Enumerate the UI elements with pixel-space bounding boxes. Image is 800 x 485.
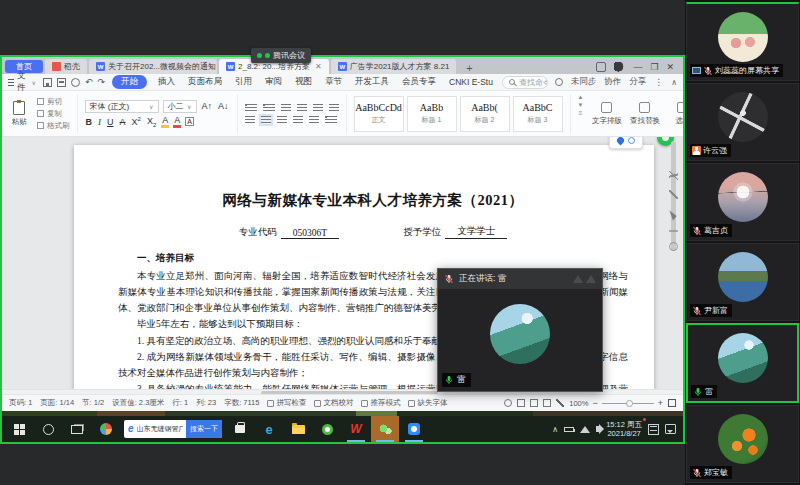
zoom-in-button[interactable]: + xyxy=(658,398,663,408)
share-button[interactable]: 分享 xyxy=(629,76,646,88)
status-toggle[interactable]: 拼写检查 xyxy=(267,398,306,408)
start-button[interactable] xyxy=(5,416,33,442)
participant-tile[interactable]: 葛吉贞 xyxy=(686,163,799,241)
align-center-button[interactable] xyxy=(261,116,271,124)
decrease-indent-button[interactable] xyxy=(281,104,291,112)
increase-font-button[interactable]: A↑ xyxy=(201,101,214,111)
undo-icon[interactable] xyxy=(85,77,93,87)
preview-icon[interactable] xyxy=(71,78,80,87)
editing-tool-button[interactable]: 文字排版 xyxy=(590,102,623,126)
character-border-button[interactable]: A xyxy=(185,117,194,126)
decrease-font-button[interactable]: A↓ xyxy=(217,101,230,111)
horizontal-scroll-thumb[interactable] xyxy=(261,391,438,394)
eye-protection-icon[interactable] xyxy=(504,399,512,407)
style-preset[interactable]: AaBbC 标题 3 xyxy=(513,96,563,132)
participant-tile[interactable]: 许云强 xyxy=(686,83,799,161)
floating-video-panel[interactable]: 正在讲话: 雷 雷 xyxy=(437,268,603,392)
superscript-button[interactable]: X2 xyxy=(131,116,142,127)
new-tab-button[interactable] xyxy=(458,62,480,74)
increase-indent-button[interactable] xyxy=(297,104,307,112)
tray-expand-icon[interactable] xyxy=(552,425,558,434)
highlight-color-button[interactable]: A xyxy=(161,116,169,128)
participant-tile[interactable]: 尹新富 xyxy=(686,243,799,321)
history-clock-icon[interactable] xyxy=(669,242,678,251)
line-spacing-button[interactable] xyxy=(325,116,337,124)
style-preset[interactable]: AaBb( 标题 2 xyxy=(460,96,510,132)
strikethrough-button[interactable]: A xyxy=(119,117,127,127)
menu-item[interactable]: 章节 xyxy=(323,75,344,89)
font-size-select[interactable]: 小二 xyxy=(163,100,197,113)
close-button[interactable] xyxy=(666,62,674,72)
menu-item[interactable]: 开发工具 xyxy=(353,75,391,89)
ime-icon[interactable] xyxy=(648,424,659,435)
taskbar-search-widget[interactable]: 山东无缝钢管厂 搜索一下 xyxy=(124,420,222,438)
wifi-icon[interactable] xyxy=(580,421,590,433)
page-view-icon[interactable] xyxy=(517,399,525,407)
restore-button[interactable] xyxy=(650,62,658,72)
justify-button[interactable] xyxy=(293,116,303,124)
outline-view-icon[interactable] xyxy=(530,399,538,407)
editing-tool-button[interactable]: 选择 xyxy=(666,102,683,126)
floating-panel-header[interactable]: 正在讲话: 雷 xyxy=(438,269,602,289)
layout-widget-icon[interactable] xyxy=(596,62,606,72)
taskbar-search-button[interactable]: 搜索一下 xyxy=(186,420,222,438)
meeting-taskbar-button[interactable] xyxy=(400,416,428,442)
store-button[interactable] xyxy=(226,416,254,442)
battery-icon[interactable] xyxy=(564,427,574,432)
cut-button[interactable]: 剪切 xyxy=(37,97,70,107)
volume-icon[interactable] xyxy=(596,426,600,432)
copy-button[interactable]: 复制 xyxy=(37,109,70,119)
wps-taskbar-button[interactable] xyxy=(342,416,370,442)
edge-button[interactable] xyxy=(255,416,283,442)
menu-item[interactable]: 视图 xyxy=(293,75,314,89)
more-options-icon[interactable] xyxy=(654,77,663,87)
distribute-button[interactable] xyxy=(309,116,319,124)
tab-close-icon[interactable] xyxy=(315,62,322,71)
editing-tool-button[interactable]: 查找替换 xyxy=(628,102,661,126)
ink-mode-icon[interactable] xyxy=(556,399,564,407)
zoom-slider[interactable] xyxy=(602,403,654,404)
align-left-button[interactable] xyxy=(245,116,255,124)
menu-item[interactable]: 审阅 xyxy=(263,75,284,89)
gallery-more-icon[interactable]: ≡ xyxy=(579,110,583,116)
subscript-button[interactable]: X2 xyxy=(146,116,157,128)
zoom-level[interactable]: 100% xyxy=(569,399,588,408)
menu-item[interactable]: 引用 xyxy=(233,75,254,89)
safe360-button[interactable] xyxy=(313,416,341,442)
cortana-button[interactable] xyxy=(34,416,62,442)
file-explorer-button[interactable] xyxy=(284,416,312,442)
zoom-out-button[interactable]: − xyxy=(592,398,597,408)
minimize-button[interactable] xyxy=(633,62,642,72)
task-view-button[interactable] xyxy=(63,416,91,442)
taskbar-search-text[interactable]: 山东无缝钢管厂 xyxy=(137,424,183,434)
fullscreen-icon[interactable] xyxy=(668,399,676,407)
clock[interactable]: 15:12 周五 2021/8/27 xyxy=(606,420,642,439)
font-color-button[interactable]: A xyxy=(173,116,181,128)
participant-tile[interactable]: 刘蕊蕊的屏幕共享 xyxy=(686,2,799,81)
sort-button[interactable] xyxy=(313,104,323,112)
menu-item[interactable]: 插入 xyxy=(156,75,177,89)
zoom-slider-handle[interactable] xyxy=(626,400,633,407)
style-preset[interactable]: AaBb 标题 1 xyxy=(407,96,457,132)
floating-pin-toolbar[interactable] xyxy=(609,137,643,149)
font-name-select[interactable]: 宋体 (正文) xyxy=(85,100,159,113)
print-icon[interactable] xyxy=(57,78,66,87)
participant-tile[interactable]: 郑宝敏 xyxy=(686,405,799,483)
account-avatar-icon[interactable] xyxy=(614,62,625,72)
show-marks-button[interactable] xyxy=(329,104,339,112)
style-preset[interactable]: AaBbCcDd 正文 xyxy=(354,96,404,132)
web-view-icon[interactable] xyxy=(543,399,551,407)
format-painter-button[interactable]: 格式刷 xyxy=(37,121,70,131)
numbered-list-button[interactable] xyxy=(263,104,275,112)
status-toggle[interactable]: 缺失字体 xyxy=(408,398,447,408)
document-tab[interactable]: 关于召开202...微视频会的通知 xyxy=(89,59,217,74)
bold-button[interactable]: B xyxy=(85,117,94,127)
sync-status-label[interactable]: 未同步 xyxy=(571,76,597,88)
redo-icon[interactable] xyxy=(97,77,105,87)
menu-item[interactable]: CNKI E-Stu xyxy=(447,76,495,88)
menu-item[interactable]: 页面布局 xyxy=(186,75,224,89)
collaborate-button[interactable]: 协作 xyxy=(604,76,621,88)
menu-item[interactable]: 开始 xyxy=(112,75,147,89)
document-tab[interactable]: 稻壳 xyxy=(45,59,87,74)
italic-button[interactable]: I xyxy=(97,117,102,127)
